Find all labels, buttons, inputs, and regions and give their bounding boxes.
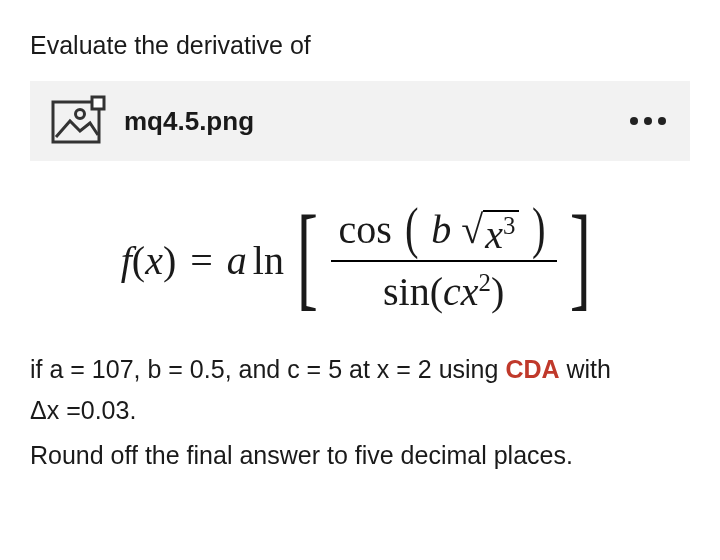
formula-display: f ( x ) = a ln [ cos ( b √ x3 ) sin(cx2)… (30, 189, 690, 346)
coef-b: b (431, 207, 451, 252)
text: if a = (30, 355, 92, 383)
more-options-button[interactable] (630, 117, 670, 125)
rounding-instruction: Round off the final answer to five decim… (30, 438, 690, 473)
method-label: CDA (505, 355, 559, 383)
image-placeholder-icon (50, 95, 106, 147)
lhs-close: ) (163, 233, 176, 289)
dot-icon (658, 117, 666, 125)
dot-icon (630, 117, 638, 125)
lhs-f: f (121, 233, 132, 289)
paren-close: ) (491, 269, 504, 314)
numerator: cos ( b √ x3 ) (331, 199, 557, 260)
problem-prompt: Evaluate the derivative of (30, 28, 690, 63)
exp-3: 3 (503, 212, 515, 239)
value-a: 107 (92, 355, 134, 383)
lhs-x: x (145, 233, 163, 289)
value-dx: 0.03 (81, 396, 130, 424)
text: using (432, 355, 506, 383)
radicand: x3 (483, 210, 519, 258)
conditions-line-2: Δx =0.03. (30, 393, 690, 428)
sqrt: √ x3 (461, 210, 519, 258)
value-x: 2 (418, 355, 432, 383)
radical-icon: √ (461, 210, 483, 250)
coef-a: a (227, 233, 247, 289)
left-bracket-icon: [ (297, 204, 318, 308)
paren-close-icon: ) (532, 205, 546, 251)
denominator: sin(cx2) (375, 262, 512, 322)
text: with (560, 355, 611, 383)
svg-rect-1 (92, 97, 104, 109)
dot-icon (644, 117, 652, 125)
paren-open: ( (430, 269, 443, 314)
coef-c: c (443, 269, 461, 314)
value-c: 5 (328, 355, 342, 383)
ln: ln (253, 233, 284, 289)
cos: cos (339, 207, 392, 252)
sin: sin (383, 269, 430, 314)
attachment-row: mq4.5.png (30, 81, 690, 161)
value-b: 0.5 (190, 355, 225, 383)
text: at x = (342, 355, 418, 383)
exp-2: 2 (479, 269, 491, 296)
text: Δx = (30, 396, 81, 424)
equals: = (176, 233, 227, 289)
text: , b = (134, 355, 190, 383)
var-x: x (461, 269, 479, 314)
text: . (129, 396, 136, 424)
attachment-filename: mq4.5.png (124, 103, 630, 139)
conditions-line-1: if a = 107, b = 0.5, and c = 5 at x = 2 … (30, 352, 690, 387)
svg-point-2 (76, 110, 85, 119)
fraction: cos ( b √ x3 ) sin(cx2) (331, 199, 557, 322)
paren-open-icon: ( (405, 205, 419, 251)
right-bracket-icon: ] (569, 204, 590, 308)
lhs-open: ( (132, 233, 145, 289)
text: , and c = (225, 355, 329, 383)
var-x: x (485, 212, 503, 257)
